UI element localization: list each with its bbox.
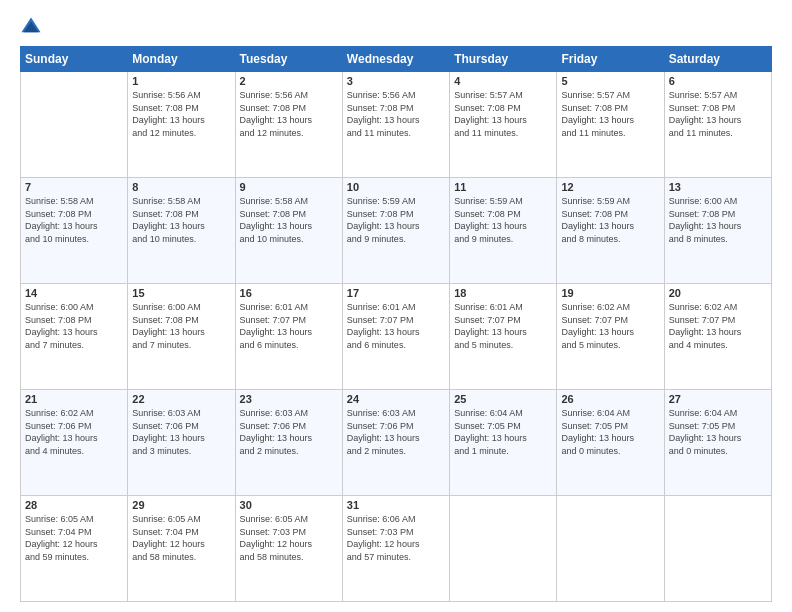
calendar-cell: 18Sunrise: 6:01 AM Sunset: 7:07 PM Dayli… bbox=[450, 284, 557, 390]
day-number: 21 bbox=[25, 393, 123, 405]
day-info: Sunrise: 6:05 AM Sunset: 7:04 PM Dayligh… bbox=[25, 513, 123, 563]
day-number: 29 bbox=[132, 499, 230, 511]
calendar-cell: 29Sunrise: 6:05 AM Sunset: 7:04 PM Dayli… bbox=[128, 496, 235, 602]
calendar-week-row: 7Sunrise: 5:58 AM Sunset: 7:08 PM Daylig… bbox=[21, 178, 772, 284]
day-info: Sunrise: 6:04 AM Sunset: 7:05 PM Dayligh… bbox=[454, 407, 552, 457]
calendar-cell: 19Sunrise: 6:02 AM Sunset: 7:07 PM Dayli… bbox=[557, 284, 664, 390]
day-info: Sunrise: 5:58 AM Sunset: 7:08 PM Dayligh… bbox=[25, 195, 123, 245]
day-info: Sunrise: 6:01 AM Sunset: 7:07 PM Dayligh… bbox=[240, 301, 338, 351]
day-number: 4 bbox=[454, 75, 552, 87]
day-info: Sunrise: 6:04 AM Sunset: 7:05 PM Dayligh… bbox=[561, 407, 659, 457]
calendar-week-row: 14Sunrise: 6:00 AM Sunset: 7:08 PM Dayli… bbox=[21, 284, 772, 390]
day-header-tuesday: Tuesday bbox=[235, 47, 342, 72]
day-number: 17 bbox=[347, 287, 445, 299]
day-info: Sunrise: 6:04 AM Sunset: 7:05 PM Dayligh… bbox=[669, 407, 767, 457]
day-info: Sunrise: 6:02 AM Sunset: 7:06 PM Dayligh… bbox=[25, 407, 123, 457]
day-header-monday: Monday bbox=[128, 47, 235, 72]
calendar-cell bbox=[21, 72, 128, 178]
day-info: Sunrise: 6:02 AM Sunset: 7:07 PM Dayligh… bbox=[669, 301, 767, 351]
logo bbox=[20, 16, 46, 38]
calendar-table: SundayMondayTuesdayWednesdayThursdayFrid… bbox=[20, 46, 772, 602]
day-info: Sunrise: 5:59 AM Sunset: 7:08 PM Dayligh… bbox=[347, 195, 445, 245]
calendar-cell bbox=[557, 496, 664, 602]
day-info: Sunrise: 5:59 AM Sunset: 7:08 PM Dayligh… bbox=[561, 195, 659, 245]
day-info: Sunrise: 5:56 AM Sunset: 7:08 PM Dayligh… bbox=[132, 89, 230, 139]
day-number: 30 bbox=[240, 499, 338, 511]
day-info: Sunrise: 6:02 AM Sunset: 7:07 PM Dayligh… bbox=[561, 301, 659, 351]
day-info: Sunrise: 6:00 AM Sunset: 7:08 PM Dayligh… bbox=[132, 301, 230, 351]
calendar-week-row: 28Sunrise: 6:05 AM Sunset: 7:04 PM Dayli… bbox=[21, 496, 772, 602]
day-number: 9 bbox=[240, 181, 338, 193]
day-info: Sunrise: 6:03 AM Sunset: 7:06 PM Dayligh… bbox=[132, 407, 230, 457]
calendar-cell: 22Sunrise: 6:03 AM Sunset: 7:06 PM Dayli… bbox=[128, 390, 235, 496]
day-info: Sunrise: 5:56 AM Sunset: 7:08 PM Dayligh… bbox=[240, 89, 338, 139]
calendar-cell: 7Sunrise: 5:58 AM Sunset: 7:08 PM Daylig… bbox=[21, 178, 128, 284]
calendar-cell: 8Sunrise: 5:58 AM Sunset: 7:08 PM Daylig… bbox=[128, 178, 235, 284]
calendar-cell bbox=[450, 496, 557, 602]
day-number: 11 bbox=[454, 181, 552, 193]
calendar-cell: 14Sunrise: 6:00 AM Sunset: 7:08 PM Dayli… bbox=[21, 284, 128, 390]
calendar-cell: 12Sunrise: 5:59 AM Sunset: 7:08 PM Dayli… bbox=[557, 178, 664, 284]
calendar-cell: 3Sunrise: 5:56 AM Sunset: 7:08 PM Daylig… bbox=[342, 72, 449, 178]
day-info: Sunrise: 6:06 AM Sunset: 7:03 PM Dayligh… bbox=[347, 513, 445, 563]
calendar-cell: 20Sunrise: 6:02 AM Sunset: 7:07 PM Dayli… bbox=[664, 284, 771, 390]
day-info: Sunrise: 5:57 AM Sunset: 7:08 PM Dayligh… bbox=[561, 89, 659, 139]
day-number: 7 bbox=[25, 181, 123, 193]
day-number: 22 bbox=[132, 393, 230, 405]
calendar-cell: 26Sunrise: 6:04 AM Sunset: 7:05 PM Dayli… bbox=[557, 390, 664, 496]
calendar-cell: 15Sunrise: 6:00 AM Sunset: 7:08 PM Dayli… bbox=[128, 284, 235, 390]
calendar-cell: 17Sunrise: 6:01 AM Sunset: 7:07 PM Dayli… bbox=[342, 284, 449, 390]
day-info: Sunrise: 5:59 AM Sunset: 7:08 PM Dayligh… bbox=[454, 195, 552, 245]
calendar-cell: 2Sunrise: 5:56 AM Sunset: 7:08 PM Daylig… bbox=[235, 72, 342, 178]
day-number: 24 bbox=[347, 393, 445, 405]
day-header-friday: Friday bbox=[557, 47, 664, 72]
calendar-cell: 6Sunrise: 5:57 AM Sunset: 7:08 PM Daylig… bbox=[664, 72, 771, 178]
day-number: 14 bbox=[25, 287, 123, 299]
day-info: Sunrise: 5:57 AM Sunset: 7:08 PM Dayligh… bbox=[454, 89, 552, 139]
calendar-cell: 1Sunrise: 5:56 AM Sunset: 7:08 PM Daylig… bbox=[128, 72, 235, 178]
day-info: Sunrise: 6:00 AM Sunset: 7:08 PM Dayligh… bbox=[669, 195, 767, 245]
day-header-sunday: Sunday bbox=[21, 47, 128, 72]
day-number: 28 bbox=[25, 499, 123, 511]
calendar-cell: 9Sunrise: 5:58 AM Sunset: 7:08 PM Daylig… bbox=[235, 178, 342, 284]
day-number: 23 bbox=[240, 393, 338, 405]
day-number: 20 bbox=[669, 287, 767, 299]
day-number: 26 bbox=[561, 393, 659, 405]
day-info: Sunrise: 5:58 AM Sunset: 7:08 PM Dayligh… bbox=[240, 195, 338, 245]
calendar-cell: 4Sunrise: 5:57 AM Sunset: 7:08 PM Daylig… bbox=[450, 72, 557, 178]
day-number: 5 bbox=[561, 75, 659, 87]
calendar-week-row: 1Sunrise: 5:56 AM Sunset: 7:08 PM Daylig… bbox=[21, 72, 772, 178]
day-number: 8 bbox=[132, 181, 230, 193]
calendar-cell: 23Sunrise: 6:03 AM Sunset: 7:06 PM Dayli… bbox=[235, 390, 342, 496]
page: SundayMondayTuesdayWednesdayThursdayFrid… bbox=[0, 0, 792, 612]
day-info: Sunrise: 6:03 AM Sunset: 7:06 PM Dayligh… bbox=[240, 407, 338, 457]
day-info: Sunrise: 5:57 AM Sunset: 7:08 PM Dayligh… bbox=[669, 89, 767, 139]
day-info: Sunrise: 6:01 AM Sunset: 7:07 PM Dayligh… bbox=[454, 301, 552, 351]
day-number: 13 bbox=[669, 181, 767, 193]
day-number: 31 bbox=[347, 499, 445, 511]
day-info: Sunrise: 6:05 AM Sunset: 7:04 PM Dayligh… bbox=[132, 513, 230, 563]
day-header-thursday: Thursday bbox=[450, 47, 557, 72]
header bbox=[20, 16, 772, 38]
day-header-saturday: Saturday bbox=[664, 47, 771, 72]
calendar-cell: 21Sunrise: 6:02 AM Sunset: 7:06 PM Dayli… bbox=[21, 390, 128, 496]
calendar-cell: 16Sunrise: 6:01 AM Sunset: 7:07 PM Dayli… bbox=[235, 284, 342, 390]
day-number: 2 bbox=[240, 75, 338, 87]
calendar-header-row: SundayMondayTuesdayWednesdayThursdayFrid… bbox=[21, 47, 772, 72]
calendar-cell: 10Sunrise: 5:59 AM Sunset: 7:08 PM Dayli… bbox=[342, 178, 449, 284]
day-info: Sunrise: 5:58 AM Sunset: 7:08 PM Dayligh… bbox=[132, 195, 230, 245]
day-number: 6 bbox=[669, 75, 767, 87]
day-number: 15 bbox=[132, 287, 230, 299]
logo-icon bbox=[20, 16, 42, 38]
calendar-cell: 30Sunrise: 6:05 AM Sunset: 7:03 PM Dayli… bbox=[235, 496, 342, 602]
calendar-cell: 31Sunrise: 6:06 AM Sunset: 7:03 PM Dayli… bbox=[342, 496, 449, 602]
calendar-cell: 13Sunrise: 6:00 AM Sunset: 7:08 PM Dayli… bbox=[664, 178, 771, 284]
day-number: 19 bbox=[561, 287, 659, 299]
day-number: 25 bbox=[454, 393, 552, 405]
day-info: Sunrise: 6:00 AM Sunset: 7:08 PM Dayligh… bbox=[25, 301, 123, 351]
calendar-week-row: 21Sunrise: 6:02 AM Sunset: 7:06 PM Dayli… bbox=[21, 390, 772, 496]
calendar-cell bbox=[664, 496, 771, 602]
day-info: Sunrise: 6:05 AM Sunset: 7:03 PM Dayligh… bbox=[240, 513, 338, 563]
day-number: 1 bbox=[132, 75, 230, 87]
day-number: 27 bbox=[669, 393, 767, 405]
